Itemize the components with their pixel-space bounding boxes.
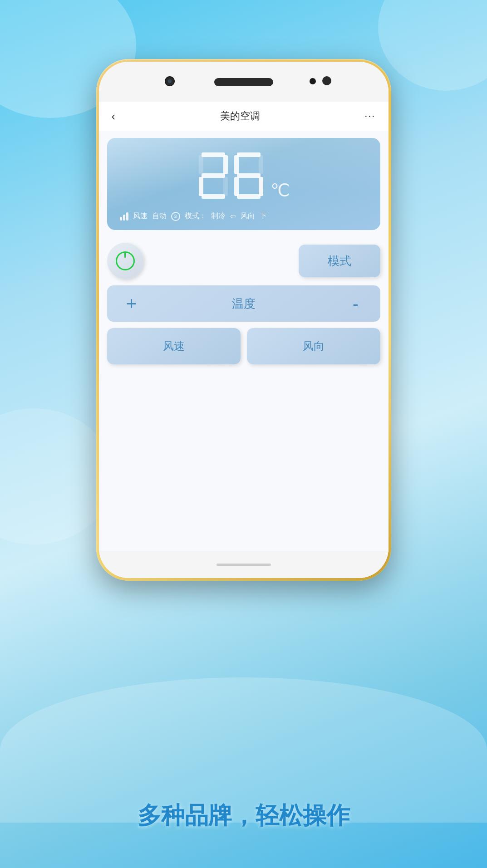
mode-button[interactable]: 模式 xyxy=(299,245,380,277)
back-button[interactable]: ‹ xyxy=(112,109,116,123)
temp-unit: ℃ xyxy=(271,181,290,201)
controls-area: 模式 + 温度 - 风速 xyxy=(99,237,389,370)
mode-value: 制冷 xyxy=(211,211,226,221)
phone-top-bezel xyxy=(99,62,389,102)
wind-speed-value: 自动 xyxy=(152,211,167,221)
seg-display: ℃ xyxy=(197,151,290,201)
seg-digit-6 xyxy=(232,151,265,201)
status-row: 风速 自动 ⊙ 模式： 制冷 ⇦ 风向 下 xyxy=(120,211,368,221)
temperature-row: + 温度 - xyxy=(107,285,380,322)
wind-dir-arrow-icon: ⇦ xyxy=(230,212,236,221)
phone-outer-shell: ‹ 美的空调 ··· xyxy=(96,59,391,581)
phone-inner: ‹ 美的空调 ··· xyxy=(99,62,389,578)
wind-direction-button[interactable]: 风向 xyxy=(247,328,380,364)
wind-speed-label: 风速 xyxy=(133,211,148,221)
mode-button-label: 模式 xyxy=(328,253,351,269)
mode-label: 模式： xyxy=(185,211,207,221)
sensor-icon xyxy=(310,78,316,84)
temp-plus-button[interactable]: + xyxy=(118,294,145,314)
wind-dir-value: 下 xyxy=(260,211,267,221)
nav-bar: ‹ 美的空调 ··· xyxy=(99,102,389,131)
wind-bars-icon xyxy=(120,212,128,221)
bg-decoration-topright xyxy=(378,0,487,91)
home-indicator xyxy=(216,564,271,566)
power-button[interactable] xyxy=(107,243,143,279)
display-panel: ℃ 风速 自动 xyxy=(107,138,380,230)
speaker-grill xyxy=(214,78,273,86)
temperature-display: ℃ xyxy=(120,151,368,202)
controls-row3: 风速 风向 xyxy=(107,328,380,364)
mode-circle-icon: ⊙ xyxy=(171,212,180,221)
camera2-icon xyxy=(322,76,331,85)
app-content: ‹ 美的空调 ··· xyxy=(99,102,389,578)
phone-bottom-bezel xyxy=(99,551,389,578)
power-icon xyxy=(116,251,135,270)
slogan-area: 多种品牌，轻松操作 xyxy=(0,800,487,832)
controls-row1: 模式 xyxy=(107,243,380,279)
more-button[interactable]: ··· xyxy=(364,110,375,122)
temp-minus-button[interactable]: - xyxy=(342,294,369,314)
slogan-text: 多种品牌，轻松操作 xyxy=(18,800,469,832)
seg-digit-2 xyxy=(197,151,230,201)
wind-speed-button[interactable]: 风速 xyxy=(107,328,241,364)
front-camera-icon xyxy=(165,76,175,86)
wind-direction-button-label: 风向 xyxy=(303,339,325,353)
wind-dir-label: 风向 xyxy=(241,211,255,221)
phone-screen: ‹ 美的空调 ··· xyxy=(99,62,389,578)
page-title: 美的空调 xyxy=(220,109,260,123)
temp-label: 温度 xyxy=(232,296,256,312)
wind-speed-button-label: 风速 xyxy=(163,339,185,353)
phone-frame: ‹ 美的空调 ··· xyxy=(96,59,391,581)
